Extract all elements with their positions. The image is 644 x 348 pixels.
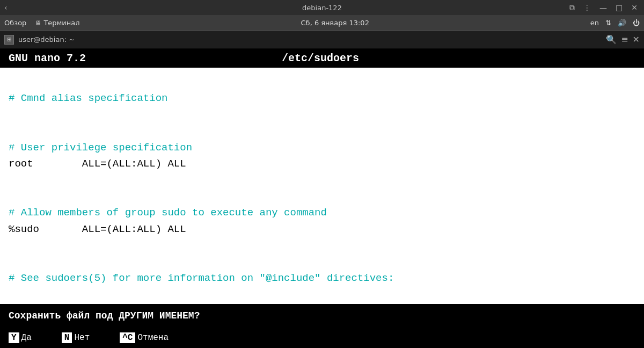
overview-menu-item[interactable]: Обзор xyxy=(4,19,26,27)
tab-close-icon[interactable]: ✕ xyxy=(633,34,640,45)
tab-icon: ⊞ xyxy=(4,35,14,45)
clock: Сб, 6 января 13:02 xyxy=(301,19,369,27)
title-bar: ‹ debian-122 ⧉ ⋮ — □ ✕ xyxy=(0,0,644,15)
title-bar-left: ‹ xyxy=(4,3,8,12)
empty-line xyxy=(9,286,635,302)
editor-container: GNU nano 7.2 /etc/sudoers # Cmnd alias s… xyxy=(0,48,644,348)
pip-icon[interactable]: ⧉ xyxy=(567,2,577,13)
footer-cancel-item[interactable]: ^C Отмена xyxy=(115,331,177,345)
comment-line: # User privilege specification xyxy=(9,140,635,156)
close-button[interactable]: ✕ xyxy=(629,2,640,13)
window-controls: ⧉ ⋮ — □ ✕ xyxy=(567,2,640,13)
yes-key: Y xyxy=(9,332,19,343)
nano-dialog-header: Сохранить файл под ДРУГИМ ИМЕНЕМ? xyxy=(0,304,644,328)
menu-bar-right: en ⇅ 🔊 ⏻ xyxy=(590,19,640,27)
comment-line: # See sudoers(5) for more information on… xyxy=(9,270,635,286)
maximize-button[interactable]: □ xyxy=(613,2,625,13)
empty-line xyxy=(9,172,635,188)
tab-title: user@debian: ~ xyxy=(18,35,75,44)
hamburger-icon[interactable]: ≡ xyxy=(621,34,628,45)
footer-row-1: Y Да N Нет ^C Отмена xyxy=(0,329,181,347)
empty-line xyxy=(9,237,635,253)
menu-bar: Обзор 🖥 Терминал Сб, 6 января 13:02 en ⇅… xyxy=(0,15,644,31)
tab-bar: ⊞ user@debian: ~ 🔍 ≡ ✕ xyxy=(0,31,644,48)
settings-icon[interactable]: ⋮ xyxy=(581,2,593,13)
nano-version: GNU nano 7.2 xyxy=(9,52,86,64)
dialog-question: Сохранить файл под ДРУГИМ ИМЕНЕМ? xyxy=(4,307,204,324)
empty-line xyxy=(9,189,635,205)
window-title: debian-122 xyxy=(302,4,342,12)
code-line: %sudo ALL=(ALL:ALL) ALL xyxy=(9,221,635,237)
empty-line xyxy=(9,74,635,90)
yes-label: Да xyxy=(19,332,36,344)
nano-filename: /etc/sudoers xyxy=(282,52,359,64)
no-key: N xyxy=(62,332,72,343)
tab-bar-left: ⊞ user@debian: ~ xyxy=(4,35,75,45)
back-icon[interactable]: ‹ xyxy=(4,3,8,12)
volume-icon[interactable]: 🔊 xyxy=(618,19,626,27)
nano-dialog: Сохранить файл под ДРУГИМ ИМЕНЕМ? Y Да N… xyxy=(0,304,644,348)
comment-line: # Allow members of group sudo to execute… xyxy=(9,205,635,221)
terminal-menu-item[interactable]: 🖥 Терминал xyxy=(35,19,79,27)
power-icon[interactable]: ⏻ xyxy=(633,19,640,27)
tab-bar-right: 🔍 ≡ ✕ xyxy=(606,34,640,45)
empty-line xyxy=(9,253,635,270)
minimize-button[interactable]: — xyxy=(597,2,609,13)
cancel-label: Отмена xyxy=(135,332,173,344)
nano-header: GNU nano 7.2 /etc/sudoers xyxy=(0,48,644,68)
footer-no-item[interactable]: N Нет xyxy=(57,331,98,345)
network-icon[interactable]: ⇅ xyxy=(605,19,611,27)
terminal-label: Терминал xyxy=(43,19,79,27)
footer-yes-item[interactable]: Y Да xyxy=(4,331,40,345)
nano-footer: Y Да N Нет ^C Отмена xyxy=(0,328,644,348)
empty-line xyxy=(9,123,635,139)
no-label: Нет xyxy=(72,332,94,344)
search-icon[interactable]: 🔍 xyxy=(606,34,617,45)
terminal-icon: 🖥 xyxy=(35,19,41,27)
menu-bar-left: Обзор 🖥 Терминал xyxy=(4,19,80,27)
comment-line: # Cmnd alias specification xyxy=(9,90,635,106)
empty-line xyxy=(9,107,635,123)
lang-indicator[interactable]: en xyxy=(590,19,599,27)
cancel-key: ^C xyxy=(120,332,135,343)
editor-content[interactable]: # Cmnd alias specification # User privil… xyxy=(0,68,644,304)
new-tab-icon: ⊞ xyxy=(7,37,11,42)
code-line: root ALL=(ALL:ALL) ALL xyxy=(9,156,635,172)
overview-label: Обзор xyxy=(4,19,26,27)
